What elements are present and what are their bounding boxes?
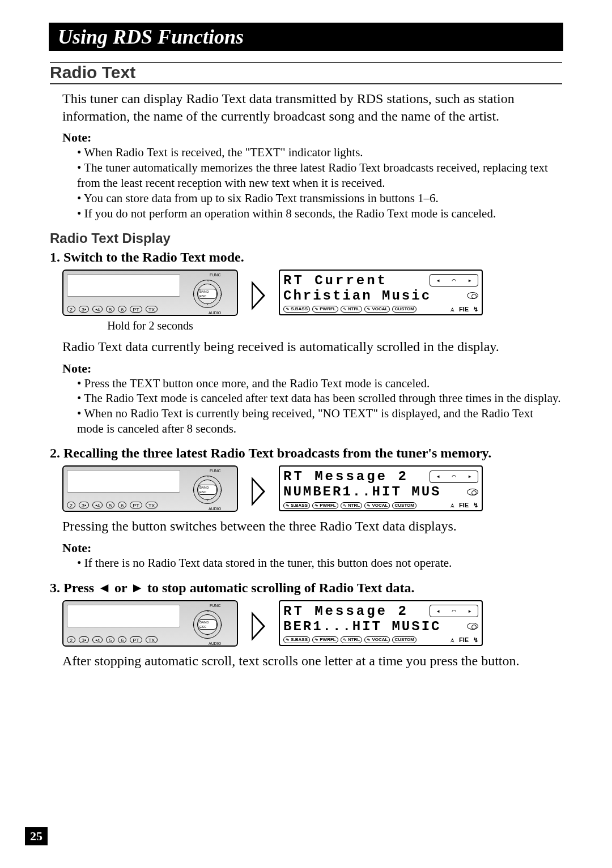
preset-button: 6 — [118, 502, 126, 508]
list-item: The tuner automatically memorizes the th… — [77, 160, 562, 191]
lcd-tag: ∿ S.BASS — [283, 502, 310, 509]
lcd-wave-icon: ↯ — [473, 306, 478, 313]
step-1-title: 1. Switch to the Radio Text mode. — [50, 250, 562, 265]
preset-button: 3• — [79, 306, 89, 313]
knob-left-icon: ‹ — [193, 290, 194, 297]
lcd-tag: ∿ NTRL — [341, 502, 363, 509]
panel-screen — [67, 470, 180, 493]
lcd-line-2: BER1...HIT MUSIC — [283, 619, 441, 634]
lcd-tag-row: ∿ S.BASS ∿ PWRFL ∿ NTRL ∿ VOCAL CUSTOM ⟑… — [283, 306, 478, 313]
lcd-nav-icon: ◂ ⌒ ▸ — [430, 274, 478, 287]
audio-label: AUDIO — [209, 311, 221, 315]
cd-icon — [467, 292, 478, 299]
lcd-display-2: RT Message 2 ◂ ⌒ ▸ NUMBER1..HIT MUS ∿ S.… — [279, 465, 483, 511]
lcd-wave-icon: ↯ — [473, 502, 478, 509]
lcd-left-icon: ◂ — [436, 276, 440, 285]
preset-button: PT — [130, 502, 142, 508]
lcd-left-icon: ◂ — [436, 472, 440, 481]
preset-button: TX — [146, 502, 158, 508]
knob-right-icon: › — [220, 290, 222, 297]
lcd-tag: CUSTOM — [392, 306, 416, 313]
list-item: The Radio Text mode is canceled after te… — [77, 391, 562, 406]
cd-icon — [467, 489, 478, 495]
intro-paragraph: This tuner can display Radio Text data t… — [62, 90, 562, 125]
knob-cluster: FUNC AUDIO ˄ ˅ ‹ › BAND ESC — [184, 469, 231, 511]
preset-button: 5 — [106, 636, 114, 643]
knob-mid: BAND ESC — [197, 284, 218, 304]
radio-panel-illustration: 2 3• •4 5 6 PT TX FUNC AUDIO ˄ ˅ ‹ › BAN… — [62, 465, 238, 512]
lcd-line-1: RT Message 2 — [283, 604, 409, 619]
page-number: 25 — [25, 827, 48, 845]
lcd-nav-icon: ◂ ⌒ ▸ — [430, 471, 478, 483]
list-item: You can store data from up to six Radio … — [77, 191, 562, 206]
func-label: FUNC — [210, 469, 220, 473]
lcd-display-1: RT Current ◂ ⌒ ▸ Christian Music ∿ S.BAS… — [279, 270, 483, 315]
list-item: When Radio Text is received, the "TEXT" … — [77, 145, 562, 160]
lcd-wave-icon: ↯ — [473, 636, 478, 644]
step-number: 3. — [50, 580, 60, 595]
step-heading-post: to stop automatic scrolling of Radio Tex… — [144, 580, 415, 595]
note-label-1: Note: — [62, 130, 562, 145]
left-arrow-icon: ◄ — [97, 580, 111, 595]
section-title: Radio Text — [50, 62, 562, 84]
radio-panel-illustration: 2 3• •4 5 6 PT TX FUNC AUDIO ˄ ˅ ‹ › BAN… — [62, 270, 238, 316]
step-heading: Recalling the three latest Radio Text br… — [63, 446, 491, 460]
preset-button: •4 — [92, 502, 103, 508]
panel-button-row: 2 3• •4 5 6 PT TX — [67, 502, 158, 508]
note-list-1: When Radio Text is received, the "TEXT" … — [77, 145, 562, 221]
list-item: Press the TEXT button once more, and the… — [77, 376, 562, 391]
step-heading: Switch to the Radio Text mode. — [63, 250, 244, 264]
lcd-right-icon: ▸ — [468, 276, 471, 285]
list-item: If there is no Radio Text data stored in… — [77, 555, 562, 571]
knob-mid: BAND ESC — [197, 480, 218, 500]
lcd-tag: ∿ PWRFL — [312, 306, 338, 313]
preset-button: •4 — [92, 306, 103, 313]
knob-cluster: FUNC AUDIO ˄ ˅ ‹ › BAND ESC — [184, 273, 231, 315]
step-2-title: 2. Recalling the three latest Radio Text… — [50, 446, 562, 461]
chapter-header: Using RDS Functions — [49, 23, 563, 51]
lcd-right-icon: ▸ — [468, 472, 471, 481]
step-number: 1. — [50, 250, 60, 264]
preset-button: TX — [146, 306, 158, 313]
lcd-display-3: RT Message 2 ◂ ⌒ ▸ BER1...HIT MUSIC ∿ S.… — [279, 600, 483, 646]
lcd-up-icon: ⌒ — [452, 607, 456, 615]
panel-screen — [67, 274, 180, 297]
lcd-nav-icon: ◂ ⌒ ▸ — [430, 605, 478, 617]
list-item: When no Radio Text is currently being re… — [77, 406, 562, 437]
band-button-label: BAND ESC — [198, 619, 217, 630]
step-3-body: After stopping automatic scroll, text sc… — [62, 652, 562, 670]
note-list-2: Press the TEXT button once more, and the… — [77, 376, 562, 437]
panel-screen — [67, 605, 180, 627]
step-heading-mid: or — [111, 580, 130, 595]
right-arrow-icon: ► — [130, 580, 144, 595]
subsection-title: Radio Text Display — [50, 230, 562, 246]
preset-button: PT — [130, 636, 142, 643]
knob-cluster: FUNC AUDIO ˄ ˅ ‹ › BAND ESC — [184, 604, 231, 645]
lcd-right-icon: ▸ — [468, 607, 471, 615]
lcd-tag: CUSTOM — [392, 636, 416, 643]
band-button-label: BAND ESC — [198, 289, 217, 299]
lcd-tag-row: ∿ S.BASS ∿ PWRFL ∿ NTRL ∿ VOCAL CUSTOM ⟑… — [283, 636, 478, 644]
preset-button: 5 — [106, 306, 114, 313]
lcd-line-2: Christian Music — [283, 288, 431, 303]
note-list-3: If there is no Radio Text data stored in… — [77, 555, 562, 571]
panel-button-row: 2 3• •4 5 6 PT TX — [67, 636, 158, 643]
step-1-row: 2 3• •4 5 6 PT TX FUNC AUDIO ˄ ˅ ‹ › BAN… — [62, 270, 562, 316]
preset-button: 3• — [79, 636, 89, 643]
lcd-fie-label: FIE — [459, 636, 469, 644]
preset-button: 2 — [67, 306, 75, 313]
lcd-tag: ∿ NTRL — [341, 306, 363, 313]
preset-button: 6 — [118, 306, 126, 313]
knob-outer: ˄ ˅ ‹ › BAND ESC — [193, 476, 222, 504]
note-label-3: Note: — [62, 541, 562, 555]
lcd-tag: ∿ VOCAL — [364, 502, 390, 509]
cd-icon — [467, 623, 478, 630]
lcd-antenna-icon: ⟑ — [450, 636, 454, 644]
lcd-line-2: NUMBER1..HIT MUS — [283, 484, 441, 499]
lcd-up-icon: ⌒ — [452, 472, 456, 481]
lcd-fie-label: FIE — [459, 306, 469, 313]
lcd-antenna-icon: ⟑ — [450, 502, 454, 509]
lcd-tag-row: ∿ S.BASS ∿ PWRFL ∿ NTRL ∿ VOCAL CUSTOM ⟑… — [283, 502, 478, 509]
lcd-tag: ∿ PWRFL — [312, 502, 338, 509]
knob-right-icon: › — [220, 487, 222, 493]
